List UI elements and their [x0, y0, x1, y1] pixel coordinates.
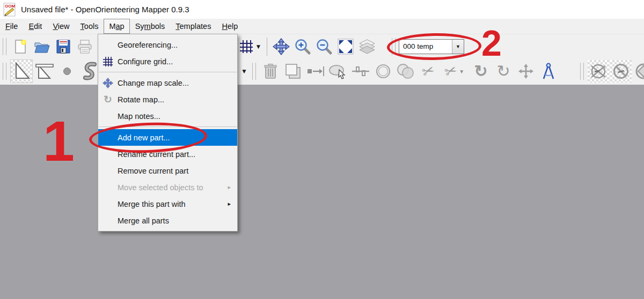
fill-border-icon [328, 63, 348, 79]
paint-disabled-button [610, 60, 632, 83]
rotate-object-button: ↻ [470, 60, 492, 83]
ring-icon [375, 63, 392, 80]
duplicate-icon [284, 63, 302, 80]
menu-item-label: Map notes... [118, 112, 160, 121]
measure-tool-button[interactable] [538, 60, 559, 83]
toolbar-grip[interactable] [3, 38, 6, 55]
toolbar-grip[interactable] [252, 63, 256, 80]
menu-symbols[interactable]: Symbols [130, 19, 171, 34]
menu-item-label: Remove current part [118, 167, 188, 175]
menu-separator [99, 72, 237, 72]
toolbar-grip[interactable] [3, 63, 6, 80]
template-layers-icon [358, 39, 376, 55]
pan-icon [273, 38, 290, 55]
print-button[interactable] [75, 36, 95, 57]
combo-dropdown-icon[interactable]: ▼ [452, 40, 464, 54]
open-file-button[interactable] [32, 36, 52, 57]
menu-item-merge-all-parts[interactable]: Merge all parts [98, 212, 237, 229]
menu-edit[interactable]: Edit [23, 19, 47, 34]
map-part-value: 000 temp [399, 42, 452, 50]
paint-on-template-button [588, 60, 609, 83]
switch-dashes-button [350, 60, 371, 83]
paint-color-button [633, 60, 644, 83]
app-logo-icon: OOM [3, 3, 17, 17]
menu-item-map-notes[interactable]: Map notes... [98, 108, 237, 124]
menu-item-label: Change map scale... [118, 79, 189, 87]
menu-view[interactable]: View [47, 19, 75, 34]
menu-separator [99, 126, 237, 127]
draw-path-icon [81, 62, 98, 81]
cut-hole-dropdown-icon: ▼ [459, 69, 464, 74]
map-part-combobox[interactable]: 000 temp ▼ [399, 39, 464, 54]
menu-file[interactable]: File [0, 19, 23, 34]
toolbar-separator [267, 38, 267, 56]
edit-objects-tool-button[interactable] [10, 59, 33, 83]
pan-tool-button[interactable] [271, 36, 291, 57]
menu-tools[interactable]: Tools [75, 19, 104, 34]
draw-point-tool-button[interactable] [56, 60, 78, 83]
rotate-pattern-button: ↻ [493, 60, 514, 83]
switch-dashes-icon [352, 64, 370, 78]
grid-icon [239, 39, 254, 54]
submenu-arrow-icon: ▸ [228, 200, 231, 207]
menu-help[interactable]: Help [216, 19, 243, 34]
menu-item-label: Add new part... [118, 133, 170, 142]
scissors-icon: ✂ [443, 62, 459, 80]
overflow-dropdown-icon: ▼ [241, 68, 247, 74]
no-paint-icon [611, 62, 631, 81]
menu-bar: File Edit View Tools Map Symbols Templat… [0, 19, 644, 34]
menu-templates[interactable]: Templates [170, 19, 216, 34]
templates-button[interactable] [357, 36, 377, 57]
menu-item-label: Configure grid... [118, 57, 173, 66]
grid-icon [98, 56, 118, 67]
open-folder-icon [33, 39, 50, 55]
rotate-pattern-icon: ↻ [496, 63, 510, 79]
toolbar-overflow-button[interactable]: ▼ [238, 61, 250, 81]
menu-item-label: Rename current part... [118, 150, 195, 159]
zoom-in-icon [294, 38, 311, 55]
menu-item-merge-this-part[interactable]: Merge this part with ▸ [98, 196, 237, 212]
zoom-out-button[interactable] [314, 36, 334, 57]
rotate-icon: ↻ [474, 63, 487, 79]
new-file-icon [12, 39, 28, 55]
menu-item-configure-grid[interactable]: Configure grid... [98, 53, 237, 70]
toolbar-grip[interactable] [580, 63, 584, 80]
menu-item-label: Rotate map... [118, 95, 164, 104]
zoom-in-button[interactable] [292, 36, 313, 57]
menu-item-georeferencing[interactable]: Georeferencing... [98, 36, 237, 53]
map-menu-popup: Georeferencing... Configure grid... Ch [98, 34, 238, 231]
title-bar: OOM Unsaved file* - OpenOrienteering Map… [0, 0, 644, 19]
menu-item-label: Move selected objects to [118, 183, 203, 192]
menu-item-add-new-part[interactable]: Add new part... [98, 129, 237, 146]
menu-item-rename-current-part[interactable]: Rename current part... [98, 146, 237, 162]
menu-item-rotate-map[interactable]: ↻ Rotate map... [98, 91, 237, 108]
trash-icon [262, 63, 279, 80]
edit-tool-icon [13, 62, 30, 80]
map-canvas[interactable]: Ready to draw! Start drawing or load a b… [0, 85, 644, 299]
zoom-out-icon [316, 38, 333, 55]
new-file-button[interactable] [10, 36, 31, 57]
cut-hole-button: ✂ ▼ [440, 60, 469, 83]
draw-path-tool-button[interactable] [79, 60, 100, 83]
boolean-union-button [395, 60, 416, 83]
grid-button[interactable]: ▼ [237, 36, 263, 57]
menu-item-label: Merge this part with [118, 200, 186, 208]
logo-text: OOM [5, 4, 15, 9]
edit-lines-tool-button[interactable] [34, 60, 55, 83]
save-button[interactable] [53, 36, 74, 57]
grid-dropdown-icon[interactable]: ▼ [255, 43, 262, 50]
toolbar-grip[interactable] [392, 38, 396, 55]
scale-move-icon [517, 63, 535, 80]
compass-icon [541, 62, 556, 80]
show-whole-map-button[interactable] [335, 36, 356, 57]
toolbar-file-view: ▼ [0, 34, 644, 59]
switch-symbol-button [305, 60, 326, 83]
menu-item-remove-current-part[interactable]: Remove current part [98, 162, 237, 179]
menu-item-label: Merge all parts [118, 216, 169, 225]
menu-item-change-map-scale[interactable]: Change map scale... [98, 74, 237, 91]
menu-item-move-selected-objects: Move selected objects to ▸ [98, 179, 237, 196]
menu-map[interactable]: Map [104, 19, 129, 34]
fill-create-border-button [327, 60, 349, 83]
save-floppy-icon [55, 39, 71, 55]
switch-symbol-icon [306, 65, 325, 78]
